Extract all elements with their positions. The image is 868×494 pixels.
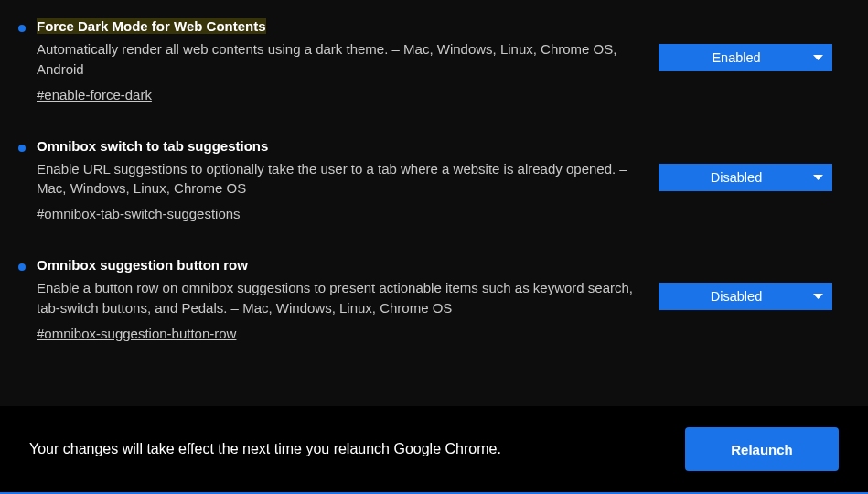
flag-item: Omnibox switch to tab suggestions Enable… [18, 138, 839, 223]
flag-hash-link[interactable]: #enable-force-dark [37, 87, 152, 102]
flag-content: Force Dark Mode for Web Contents Automat… [37, 18, 839, 103]
flag-select-wrapper: Disabled [659, 283, 832, 310]
flag-title: Force Dark Mode for Web Contents [37, 18, 266, 34]
modified-indicator-dot [18, 263, 26, 271]
flag-title: Omnibox switch to tab suggestions [37, 138, 268, 154]
flags-list: Force Dark Mode for Web Contents Automat… [0, 0, 868, 342]
relaunch-button[interactable]: Relaunch [685, 427, 839, 471]
flag-description: Enable URL suggestions to optionally tak… [37, 159, 640, 199]
flag-content: Omnibox switch to tab suggestions Enable… [37, 138, 839, 223]
flag-text: Force Dark Mode for Web Contents Automat… [37, 18, 640, 103]
relaunch-message: Your changes will take effect the next t… [29, 441, 501, 457]
flag-item: Omnibox suggestion button row Enable a b… [18, 257, 839, 342]
flag-state-select[interactable]: Disabled [659, 164, 832, 191]
flag-state-select[interactable]: Disabled [659, 283, 832, 310]
flag-description: Automatically render all web contents us… [37, 39, 640, 80]
flag-hash-link[interactable]: #omnibox-suggestion-button-row [37, 326, 236, 341]
relaunch-bar: Your changes will take effect the next t… [0, 406, 868, 494]
modified-indicator-dot [18, 25, 26, 32]
flag-select-wrapper: Disabled [659, 164, 832, 191]
flag-state-select[interactable]: Enabled [659, 44, 832, 71]
flag-title: Omnibox suggestion button row [37, 257, 248, 273]
flag-description: Enable a button row on omnibox suggestio… [37, 278, 640, 318]
flag-hash-link[interactable]: #omnibox-tab-switch-suggestions [37, 206, 241, 221]
flag-content: Omnibox suggestion button row Enable a b… [37, 257, 839, 342]
flag-select-wrapper: Enabled [659, 44, 832, 71]
flag-text: Omnibox suggestion button row Enable a b… [37, 257, 640, 342]
modified-indicator-dot [18, 145, 26, 152]
flag-text: Omnibox switch to tab suggestions Enable… [37, 138, 640, 223]
flag-item: Force Dark Mode for Web Contents Automat… [18, 18, 839, 103]
